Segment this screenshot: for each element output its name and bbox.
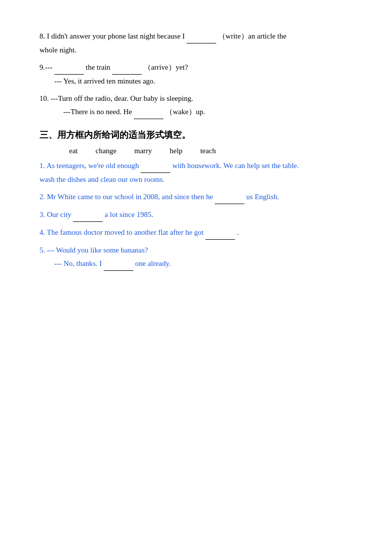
q9-text-after: （arrive）yet?	[144, 63, 188, 71]
s3-item5-line1: 5. --- Would you like some bananas?	[39, 246, 148, 254]
q8-text-middle: （write）an article the	[218, 32, 286, 40]
question-10: 10. ---Turn off the radio, dear. Our bab…	[39, 92, 353, 119]
s3-item-2: 2. Mr White came to our school in 2008, …	[39, 190, 353, 204]
q9-blank1	[54, 61, 84, 75]
q8-text-before: I didn't answer your phone last night be…	[47, 32, 185, 40]
worksheet-content: 8. I didn't answer your phone last night…	[39, 30, 353, 271]
word-eat: eat	[69, 147, 78, 155]
s3-item5-line2-after: one already.	[135, 259, 171, 267]
s3-item3-text2: a lot since 1985.	[105, 211, 153, 218]
section3-title: 三、用方框内所给词的适当形式填空。	[39, 127, 353, 143]
q10-blank	[134, 105, 163, 119]
s3-item5-blank	[104, 257, 133, 271]
s3-item4-text: 4. The famous doctor moved to another fl…	[39, 228, 205, 236]
s3-item1-text2: wash the dishes and clean our own rooms.	[39, 175, 164, 183]
s3-item1-blank	[141, 159, 170, 173]
s3-item3-blank	[73, 208, 103, 222]
word-marry: marry	[134, 147, 152, 155]
q8-number: 8.	[39, 32, 45, 40]
s3-item1-text: with housework. We can help set the tabl…	[172, 162, 299, 170]
word-help: help	[170, 147, 183, 155]
q9-blank2	[112, 61, 142, 75]
q8-text-after: whole night.	[39, 46, 77, 54]
s3-item-3: 3. Our city a lot since 1985.	[39, 208, 353, 222]
s3-item1-number: 1. As teenagers, we're old enough	[39, 162, 141, 170]
q9-text-middle: the train	[86, 63, 112, 71]
s3-item4-period: .	[237, 228, 239, 236]
question-9: 9.--- the train （arrive）yet? --- Yes, it…	[39, 61, 353, 88]
word-change: change	[95, 147, 116, 155]
q10-line2: ---There is no need. He	[39, 108, 134, 116]
q8-blank	[187, 30, 216, 43]
s3-item-4: 4. The famous doctor moved to another fl…	[39, 226, 353, 240]
word-teach: teach	[200, 147, 216, 155]
q10-text-after: （wake）up.	[165, 108, 205, 116]
s3-item5-line2-before: --- No, thanks. I	[39, 259, 104, 267]
q10-number: 10. ---Turn off the radio, dear. Our bab…	[39, 94, 193, 102]
word-list: eat change marry help teach	[39, 147, 353, 155]
s3-item-5: 5. --- Would you like some bananas? --- …	[39, 244, 353, 271]
s3-item-1: 1. As teenagers, we're old enough with h…	[39, 159, 353, 186]
q9-number: 9.---	[39, 63, 52, 71]
s3-item2-text: 2. Mr White came to our school in 2008, …	[39, 193, 215, 201]
q9-answer: --- Yes, it arrived ten minutes ago.	[39, 77, 156, 85]
s3-item2-text2: us English.	[246, 193, 279, 201]
s3-item4-blank	[205, 226, 235, 240]
question-8: 8. I didn't answer your phone last night…	[39, 30, 353, 57]
s3-item3-text: 3. Our city	[39, 211, 73, 218]
s3-item2-blank	[215, 190, 244, 204]
